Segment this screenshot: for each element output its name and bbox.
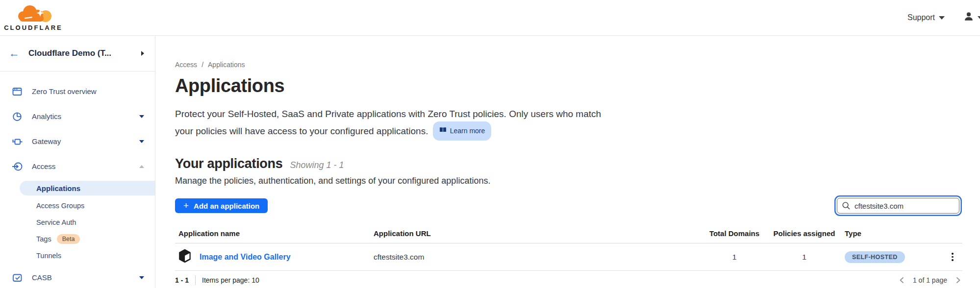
breadcrumb-separator: /: [201, 61, 203, 69]
sidebar-item-label: Applications: [36, 184, 80, 192]
browser-window-icon: [12, 86, 23, 97]
column-header-application-name: Application name: [175, 229, 374, 238]
support-label: Support: [907, 13, 935, 22]
sidebar-item-label: Access: [32, 162, 130, 170]
pie-chart-icon: [12, 111, 23, 122]
add-application-button[interactable]: + Add an application: [175, 198, 268, 213]
column-header-total-domains: Total Domains: [705, 229, 764, 238]
checkbox-sync-icon: [12, 272, 23, 283]
breadcrumb: Access / Applications: [175, 61, 962, 69]
cloudflare-wordmark: CLOUDFLARE: [4, 24, 63, 31]
chevron-up-icon: [139, 165, 144, 168]
application-cube-icon: [178, 249, 191, 265]
sidebar-item-label: Gateway: [32, 137, 130, 145]
sidebar-item-access-groups[interactable]: Access Groups: [0, 197, 155, 214]
row-actions-menu[interactable]: [943, 251, 962, 263]
account-switcher: ← Cloudflare Demo (T...: [0, 36, 155, 72]
next-page-button[interactable]: [954, 276, 962, 285]
application-name-link[interactable]: Image and Video Gallery: [200, 253, 291, 262]
top-bar: CLOUDFLARE Support: [0, 0, 980, 36]
items-per-page[interactable]: Items per page: 10: [202, 276, 259, 284]
user-icon: [963, 11, 974, 24]
chevron-right-icon[interactable]: [141, 51, 144, 56]
table-row: Image and Video Gallery cftestsite3.com …: [175, 243, 962, 271]
column-header-type: Type: [845, 229, 943, 238]
gateway-icon: [12, 136, 23, 147]
search-icon: [842, 201, 851, 210]
page-title: Applications: [175, 75, 962, 96]
account-title: Cloudflare Demo (T...: [28, 48, 141, 58]
column-header-application-url: Application URL: [374, 229, 705, 238]
sidebar-nav: Zero Trust overview Analytics Gateway: [0, 72, 155, 288]
login-arrow-icon: [12, 161, 23, 172]
chevron-down-icon: [978, 16, 980, 20]
previous-page-button[interactable]: [898, 276, 906, 285]
chevron-down-icon: [139, 276, 144, 279]
applications-table: Application name Application URL Total D…: [175, 229, 962, 271]
learn-more-button[interactable]: Learn more: [433, 121, 492, 141]
page-status: 1 of 1 page: [913, 276, 947, 284]
sidebar-item-casb[interactable]: CASB: [0, 265, 155, 288]
chevron-down-icon: [139, 115, 144, 118]
breadcrumb-applications[interactable]: Applications: [208, 61, 245, 69]
showing-count: Showing 1 - 1: [290, 160, 344, 170]
chevron-down-icon: [939, 16, 945, 20]
divider: [195, 275, 196, 285]
sidebar-item-analytics[interactable]: Analytics: [0, 104, 155, 129]
sidebar-item-label: Tunnels: [36, 252, 61, 260]
book-icon: [439, 123, 447, 139]
sidebar-item-zero-trust-overview[interactable]: Zero Trust overview: [0, 79, 155, 104]
page-description-text: Protect your Self-Hosted, SaaS and Priva…: [175, 109, 601, 136]
sidebar-item-tags[interactable]: Tags Beta: [0, 231, 155, 247]
learn-more-label: Learn more: [450, 123, 485, 139]
section-heading: Your applications: [175, 156, 282, 171]
main-content: Access / Applications Applications Prote…: [155, 36, 980, 288]
page-description: Protect your Self-Hosted, SaaS and Priva…: [175, 106, 619, 141]
sidebar-item-label: Tags: [36, 235, 51, 243]
sidebar-item-label: Analytics: [32, 112, 130, 120]
sidebar-item-label: CASB: [32, 273, 130, 282]
support-menu[interactable]: Support: [907, 13, 945, 22]
sidebar-item-label: Service Auth: [36, 218, 76, 226]
search-box: [837, 198, 959, 214]
table-header-row: Application name Application URL Total D…: [175, 229, 962, 243]
type-badge: SELF-HOSTED: [845, 251, 905, 263]
total-domains-cell: 1: [705, 253, 764, 262]
cloudflare-logo[interactable]: CLOUDFLARE: [8, 4, 59, 31]
column-header-policies-assigned: Policies assigned: [764, 229, 845, 238]
application-url-cell: cftestsite3.com: [374, 253, 705, 262]
sidebar-item-service-auth[interactable]: Service Auth: [0, 214, 155, 231]
add-application-label: Add an application: [194, 202, 259, 210]
item-range: 1 - 1: [175, 276, 189, 284]
user-menu[interactable]: [963, 11, 980, 24]
beta-badge: Beta: [57, 234, 80, 244]
section-description: Manage the policies, authentication, and…: [175, 176, 962, 186]
chevron-down-icon: [139, 140, 144, 143]
sidebar: ← Cloudflare Demo (T... Zero Trust overv…: [0, 36, 155, 288]
sidebar-item-access[interactable]: Access: [0, 154, 155, 179]
back-arrow-icon[interactable]: ←: [9, 48, 20, 59]
sidebar-item-gateway[interactable]: Gateway: [0, 129, 155, 154]
sidebar-item-tunnels[interactable]: Tunnels: [0, 247, 155, 264]
search-input[interactable]: [837, 198, 959, 214]
sidebar-item-applications[interactable]: Applications: [20, 181, 155, 195]
access-subnav: Applications Access Groups Service Auth …: [0, 179, 155, 264]
breadcrumb-access[interactable]: Access: [175, 61, 197, 69]
table-footer: 1 - 1 Items per page: 10 1 of 1 page: [175, 275, 962, 285]
policies-assigned-cell: 1: [764, 253, 845, 262]
cloudflare-cloud-icon: [8, 4, 59, 25]
plus-icon: +: [183, 201, 189, 210]
sidebar-item-label: Zero Trust overview: [32, 87, 144, 96]
sidebar-item-label: Access Groups: [36, 202, 84, 210]
